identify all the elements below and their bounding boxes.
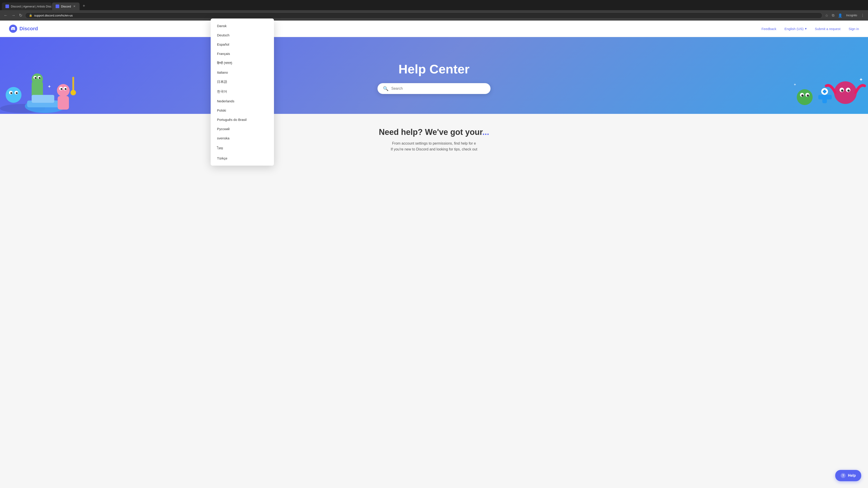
menu-icon[interactable]: ⋮ <box>860 12 865 19</box>
logo-text: Discord <box>20 26 38 32</box>
svg-point-8 <box>32 73 43 85</box>
refresh-button[interactable]: ↻ <box>18 12 23 19</box>
language-option[interactable]: Polski <box>211 106 274 115</box>
language-option[interactable]: Português do Brasil <box>211 115 274 124</box>
language-option[interactable]: Русский <box>211 124 274 133</box>
address-text: support.discord.com/hc/en-us <box>34 14 73 17</box>
body-text-1: From account settings to permissions, fi… <box>9 140 859 147</box>
svg-rect-24 <box>72 77 74 90</box>
svg-point-29 <box>841 90 843 92</box>
language-option[interactable]: 日本語 <box>211 77 274 87</box>
back-button[interactable]: ← <box>3 12 8 19</box>
svg-rect-40 <box>823 91 827 92</box>
svg-point-5 <box>10 92 12 94</box>
language-option[interactable]: Deutsch <box>211 31 274 40</box>
search-input[interactable] <box>391 87 485 91</box>
page-content: Discord Feedback English (US) ▾ Submit a… <box>0 21 868 166</box>
language-label: English (US) <box>784 27 804 31</box>
address-bar[interactable]: 🔒 support.discord.com/hc/en-us <box>25 12 822 19</box>
tab-close-2[interactable]: ✕ <box>73 4 76 8</box>
svg-text:✦: ✦ <box>859 77 863 83</box>
svg-point-6 <box>16 92 18 94</box>
lock-icon: 🔒 <box>29 14 32 17</box>
svg-text:✦: ✦ <box>48 84 51 89</box>
discord-logo-icon <box>9 25 17 33</box>
submit-request-link[interactable]: Submit a request <box>815 27 840 31</box>
svg-point-20 <box>65 88 66 90</box>
hero-section: ✦ ✦ Help Center 🔍 <box>0 37 868 114</box>
new-tab-button[interactable]: + <box>80 2 88 10</box>
svg-point-34 <box>801 94 804 97</box>
logo[interactable]: Discord <box>9 25 38 33</box>
search-icon: 🔍 <box>383 86 389 91</box>
language-option[interactable]: Italiano <box>211 68 274 77</box>
language-option[interactable]: ไทย <box>211 143 274 154</box>
split-screen-icon[interactable]: ⧉ <box>831 12 835 18</box>
toolbar-right: ☆ ⧉ 👤 Incognito ⋮ <box>824 12 865 19</box>
body-text-2: If you're new to Discord and looking for… <box>9 147 859 152</box>
svg-rect-15 <box>32 95 54 103</box>
language-dropdown[interactable]: DanskDeutschEspañolFrançaisहिन्दी (भारत)… <box>211 19 274 166</box>
svg-point-35 <box>807 94 809 97</box>
tab-label-1: Discord | #general | Artists Disco... <box>11 5 52 8</box>
language-option[interactable]: Français <box>211 49 274 58</box>
browser-tabs: Discord | #general | Artists Disco... ✕ … <box>0 0 868 10</box>
svg-point-16 <box>57 84 70 97</box>
tab-favicon-2 <box>56 4 59 8</box>
svg-point-12 <box>39 77 40 79</box>
svg-text:✦: ✦ <box>794 83 796 87</box>
language-option[interactable]: हिन्दी (भारत) <box>211 58 274 68</box>
bookmark-icon[interactable]: ☆ <box>824 12 829 19</box>
forward-button[interactable]: → <box>10 12 16 19</box>
svg-point-26 <box>834 81 857 104</box>
language-option[interactable]: Español <box>211 40 274 49</box>
body-content: Need help? We've got your... From accoun… <box>0 114 868 166</box>
chevron-down-icon: ▾ <box>805 27 807 31</box>
browser-tab-2[interactable]: Discord ✕ <box>52 2 80 10</box>
search-bar: 🔍 <box>377 83 491 94</box>
svg-point-2 <box>6 87 22 103</box>
sign-in-link[interactable]: Sign in <box>848 27 859 31</box>
language-option[interactable]: 한국어 <box>211 87 274 96</box>
svg-point-31 <box>797 89 813 105</box>
hero-illustration-right: ✦ ✦ <box>786 37 868 114</box>
browser-toolbar: ← → ↻ 🔒 support.discord.com/hc/en-us ☆ ⧉… <box>0 10 868 21</box>
language-option[interactable]: Dansk <box>211 21 274 31</box>
hero-illustration-left: ✦ ✦ <box>0 37 86 114</box>
browser-tab-1[interactable]: Discord | #general | Artists Disco... ✕ <box>2 2 52 10</box>
hero-title: Help Center <box>377 62 491 76</box>
incognito-label: Incognito <box>845 13 858 18</box>
tab-favicon-1 <box>5 4 9 8</box>
hero-content: Help Center 🔍 <box>368 48 500 103</box>
svg-point-11 <box>35 77 36 79</box>
language-option[interactable]: Nederlands <box>211 96 274 106</box>
navbar: Discord Feedback English (US) ▾ Submit a… <box>0 21 868 37</box>
language-selector[interactable]: English (US) ▾ <box>784 27 807 31</box>
svg-rect-21 <box>58 96 69 109</box>
feedback-link[interactable]: Feedback <box>762 27 776 31</box>
svg-point-30 <box>847 90 850 92</box>
body-title: Need help? We've got your... <box>9 127 859 137</box>
incognito-icon[interactable]: 👤 <box>837 12 843 19</box>
browser-chrome: Discord | #general | Artists Disco... ✕ … <box>0 0 868 21</box>
tab-label-2: Discord <box>61 5 71 8</box>
navbar-links: Feedback English (US) ▾ Submit a request… <box>762 27 859 31</box>
svg-point-25 <box>70 90 76 95</box>
language-option[interactable]: svenska <box>211 133 274 143</box>
language-option[interactable]: Türkçe <box>211 154 274 163</box>
svg-point-19 <box>61 88 62 90</box>
